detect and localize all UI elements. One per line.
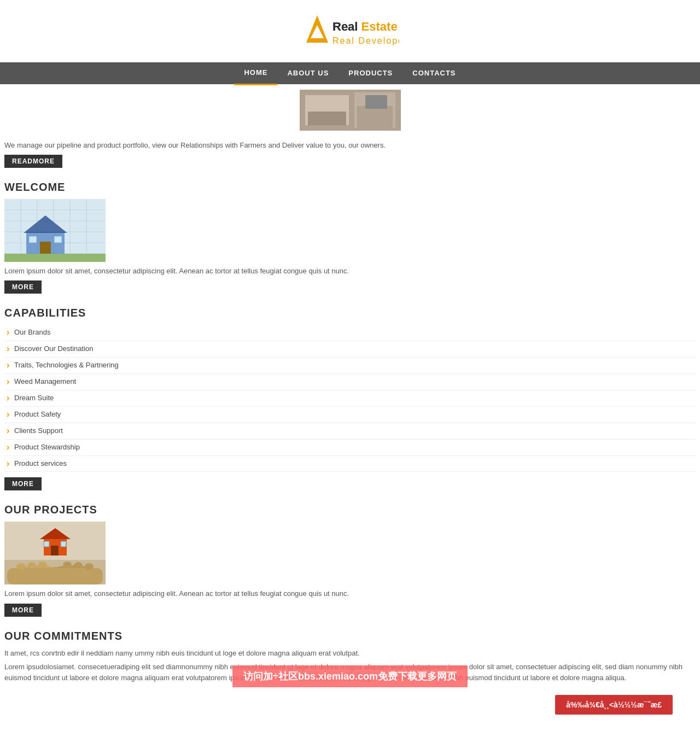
svg-point-40 <box>27 562 36 569</box>
commitments-title: OUR COMMITMENTS <box>4 630 696 642</box>
intro-text: We manage our pipeline and product portf… <box>4 141 696 150</box>
logo-svg: Real Real Estate Real Developers <box>301 10 399 54</box>
svg-rect-28 <box>4 254 106 262</box>
nav-about[interactable]: ABOUT US <box>277 62 339 84</box>
svg-rect-34 <box>44 541 49 547</box>
welcome-title: WELCOME <box>4 181 696 194</box>
svg-point-44 <box>85 563 94 570</box>
watermark-text: 访问加÷社区bbs.xiemiao.com免费下载更多网页 <box>243 671 457 682</box>
list-item[interactable]: Weed Management <box>4 374 696 390</box>
list-item[interactable]: Traits, Technologies & Partnering <box>4 358 696 374</box>
hero-banner <box>0 90 700 131</box>
svg-rect-33 <box>51 546 59 555</box>
projects-body: Lorem ipsum dolor sit amet, consectetur … <box>4 589 696 599</box>
list-item[interactable]: Our Brands <box>4 325 696 341</box>
main-content: We manage our pipeline and product portf… <box>0 135 700 694</box>
welcome-section: WELCOME <box>4 181 696 301</box>
svg-point-39 <box>16 563 25 570</box>
navbar: HOME ABOUT US PRODUCTS CONTACTS <box>0 62 700 84</box>
svg-rect-9 <box>308 112 346 125</box>
list-item-product-stewardship[interactable]: Product Stewardship <box>4 440 696 456</box>
capabilities-title: CAPABILITIES <box>4 307 696 319</box>
list-item-product-services[interactable]: Product services <box>4 456 696 472</box>
readmore-button[interactable]: READMORE <box>4 155 62 168</box>
logo-area: Real Real Estate Real Developers <box>0 5 700 58</box>
project-image <box>4 522 106 584</box>
header: Real Real Estate Real Developers <box>0 0 700 62</box>
svg-rect-38 <box>7 568 103 584</box>
project-image-svg <box>4 522 106 584</box>
list-item[interactable]: Discover Our Destination <box>4 341 696 358</box>
svg-point-43 <box>74 562 83 569</box>
hero-image-svg <box>300 90 401 131</box>
capabilities-list: Our Brands Discover Our Destination Trai… <box>4 325 696 472</box>
watermark-overlay: 访问加÷社区bbs.xiemiao.com免费下载更多网页 <box>232 665 468 687</box>
projects-more-button[interactable]: MORE <box>4 604 42 617</box>
capabilities-section: CAPABILITIES Our Brands Discover Our Des… <box>4 307 696 498</box>
welcome-image <box>4 199 106 262</box>
list-item[interactable]: Dream Suite <box>4 390 696 407</box>
svg-rect-26 <box>29 236 37 243</box>
capabilities-more-button[interactable]: MORE <box>4 477 42 490</box>
svg-point-42 <box>63 562 72 568</box>
svg-rect-10 <box>357 106 393 128</box>
nav-home[interactable]: HOME <box>234 62 277 85</box>
nav-contacts[interactable]: CONTACTS <box>402 62 465 84</box>
svg-rect-35 <box>61 541 66 547</box>
nav-products[interactable]: PRODUCTS <box>339 62 402 84</box>
svg-rect-27 <box>54 236 62 243</box>
welcome-body: Lorem ipsum dolor sit amet, consectetur … <box>4 266 696 276</box>
svg-text:Real Developers: Real Developers <box>332 36 399 45</box>
svg-text:Real Estate: Real Estate <box>332 20 398 33</box>
welcome-more-button[interactable]: MORE <box>4 280 42 294</box>
commitments-para1: It amet, rcs conrtnb edir il neddiam nam… <box>4 648 696 659</box>
svg-rect-11 <box>365 95 387 109</box>
svg-point-41 <box>38 562 47 568</box>
projects-section: OUR PROJECTS <box>4 504 696 624</box>
projects-title: OUR PROJECTS <box>4 504 696 516</box>
list-item-product-safety[interactable]: Product Safety <box>4 407 696 423</box>
list-item[interactable]: Clients Support <box>4 423 696 440</box>
welcome-house-svg <box>4 199 106 262</box>
